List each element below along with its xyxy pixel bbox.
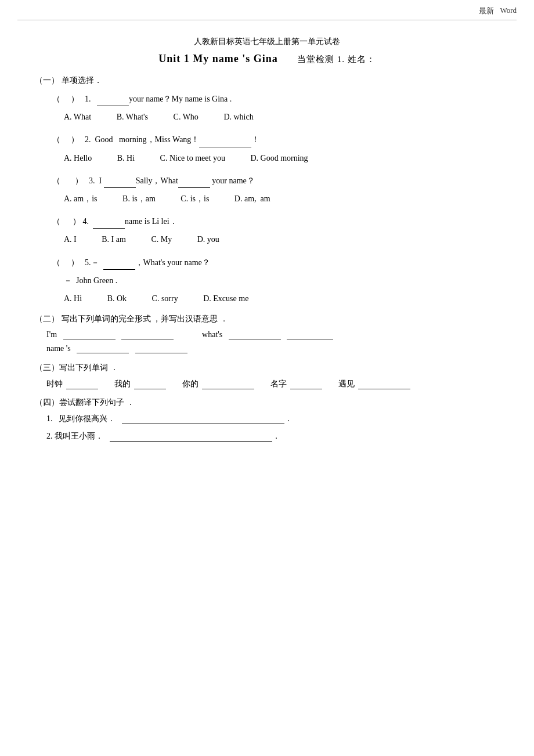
unit-subtitle-text: 当堂检测 1. 姓名： [297,55,376,64]
q5-optC: C. sorry [152,291,178,306]
question-2-text: （ ） 2. Good morning，Miss Wang！！ [52,132,499,147]
vocab-zh-2: 我的 [114,379,131,389]
q4-optC: C. My [151,232,172,247]
vocab-zh-3: 你的 [182,379,199,389]
q2-blank [199,138,251,147]
vocab-zh-5: 遇见 [338,379,355,389]
section3-content: 时钟 我的 你的 名字 遇见 [35,379,499,389]
q1-options: A. What B. What's C. Who D. which [64,110,499,124]
translate-2-num: 2. [46,432,53,440]
q1-paren-left: （ [52,95,60,103]
vocab-shijhong: 时钟 [46,379,98,389]
q3-options: A. am，is B. is，am C. is，is D. am, am [64,191,499,206]
vocab-row: 时钟 我的 你的 名字 遇见 [46,379,499,389]
q3-paren-left: （ [52,176,60,185]
q4-paren-right: ） [73,217,81,226]
translate-2-blank [110,432,272,442]
s2-whats-prefix: what's [202,330,222,339]
s2-im-blank2 [121,330,174,339]
q1-blank [97,97,129,106]
vocab-blank-4 [290,380,322,389]
q4-optD: D. you [197,232,219,247]
unit-title: Unit 1 My name 's Gina 当堂检测 1. 姓名： [35,53,499,65]
q4-optB: B. I am [102,232,126,247]
q3-optA: A. am，is [64,191,98,206]
page: 最新 Word 人教新目标英语七年级上册第一单元试卷 Unit 1 My nam… [0,0,534,756]
question-4: （ ） 4. name is Li lei． A. I B. I am C. M… [52,214,499,247]
question-5-sub: － John Green . [64,273,499,288]
q3-num: 3. [89,176,95,185]
s2-names-blank2 [135,344,187,353]
q1-optB: B. What's [117,110,148,124]
q5-blank [103,261,135,270]
question-3-text: （ ） 3. I Sally，What your name？ [52,173,499,188]
main-content: 人教新目标英语七年级上册第一单元试卷 Unit 1 My name 's Gin… [0,20,534,466]
top-bar: 最新 Word [0,0,534,20]
q2-optB: B. Hi [117,151,135,165]
s2-im-prefix: I'm [46,330,57,339]
question-2: （ ） 2. Good morning，Miss Wang！！ A. Hello… [52,132,499,165]
section2-row1: I'm what's [46,330,499,339]
q3-optC: C. is，is [181,191,209,206]
vocab-yujian: 遇见 [338,379,410,389]
section4-header: （四）尝试翻译下列句子 ． [35,397,499,408]
q3-optD: D. am, am [234,191,270,206]
q5-options: A. Hi B. Ok C. sorry D. Excuse me [64,291,499,306]
vocab-zh-1: 时钟 [46,379,63,389]
section2-row2: name 's [46,344,499,353]
translate-1-blank [122,415,284,424]
question-1-text: （ ） 1. your name？My name is Gina . [52,92,499,106]
q5-paren-right: ） [71,258,79,267]
q1-optA: A. What [64,110,91,124]
s2-whats-blank2 [287,330,333,339]
q1-optC: C. Who [174,110,199,124]
translate-2-text: 我叫王小雨． [55,432,103,440]
q5-num: 5.－ [85,258,99,267]
q4-optA: A. I [64,232,77,247]
s2-names-blank1 [77,344,129,353]
vocab-mingzi: 名字 [270,379,322,389]
vocab-wode: 我的 [114,379,166,389]
q3-blank2 [178,179,210,188]
question-5: （ ） 5.－ ，What's your name？ － John Green … [52,255,499,306]
q2-optD: D. Good morning [250,151,308,165]
s2-im-blank1 [63,330,116,339]
question-1: （ ） 1. your name？My name is Gina . A. Wh… [52,92,499,124]
q4-options: A. I B. I am C. My D. you [64,232,499,247]
question-3: （ ） 3. I Sally，What your name？ A. am，is … [52,173,499,206]
s2-names-prefix: name 's [46,344,71,353]
q1-num: 1. [85,95,91,103]
unit-title-text: Unit 1 My name 's Gina [158,53,278,64]
vocab-nide: 你的 [182,379,254,389]
vocab-blank-3 [202,380,254,389]
vocab-zh-4: 名字 [270,379,287,389]
translate-1-num: 1. [46,414,53,423]
q5-optA: A. Hi [64,291,82,306]
section3-header: （三）写出下列单词 ． [35,363,499,373]
q5-paren-left: （ [52,258,60,267]
q4-blank [93,219,125,229]
vocab-blank-1 [66,380,98,389]
q2-num: 2. [85,135,91,144]
vocab-blank-5 [358,380,410,389]
q2-optA: A. Hello [64,151,92,165]
translate-1: 1. 见到你很高兴． ． [46,414,499,424]
q2-paren-right: ） [71,135,79,144]
label-word: Word [500,6,517,16]
question-4-text: （ ） 4. name is Li lei． [52,214,499,229]
s2-whats-blank1 [229,330,281,339]
translate-2: 2. 我叫王小雨． ． [46,431,499,442]
label-zuixin: 最新 [479,6,494,16]
doc-title: 人教新目标英语七年级上册第一单元试卷 [35,37,499,47]
q2-optC: C. Nice to meet you [160,151,225,165]
q3-optB: B. is，am [122,191,156,206]
q3-paren-right: ） [75,176,83,185]
q4-paren-left: （ [52,217,60,226]
q5-optB: B. Ok [107,291,127,306]
q3-blank1 [104,179,136,188]
q2-paren-left: （ [52,135,60,144]
section2-header: （二） 写出下列单词的完全形式 ，并写出汉语意思 ． [35,314,499,324]
vocab-blank-2 [134,380,166,389]
q2-options: A. Hello B. Hi C. Nice to meet you D. Go… [64,151,499,165]
section1-header: （一） 单项选择． [35,75,499,86]
